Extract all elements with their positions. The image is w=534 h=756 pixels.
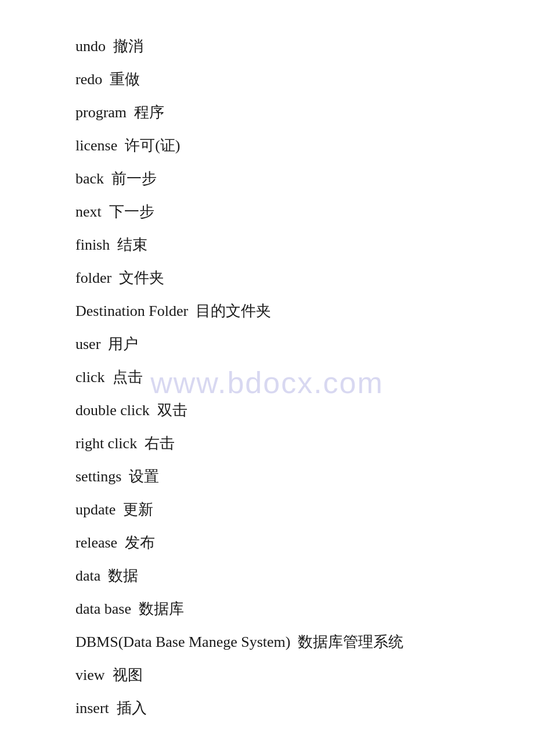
vocab-item: insert 插入 xyxy=(75,697,459,719)
vocab-chinese: 许可(证) xyxy=(125,137,180,154)
vocab-chinese: 发布 xyxy=(125,534,155,551)
vocab-item: Destination Folder 目的文件夹 xyxy=(75,300,459,322)
vocab-chinese: 更新 xyxy=(123,501,153,518)
vocab-item: back 前一步 xyxy=(75,167,459,190)
vocab-item: data 数据 xyxy=(75,564,459,587)
vocab-english: DBMS(Data Base Manege System) xyxy=(75,633,290,650)
vocab-item: user 用户 xyxy=(75,333,459,355)
vocab-english: user xyxy=(75,336,100,352)
vocab-item: click 点击 xyxy=(75,366,459,388)
vocab-english: program xyxy=(75,104,127,121)
vocab-chinese: 视图 xyxy=(113,667,143,683)
vocab-chinese: 用户 xyxy=(108,336,138,352)
vocab-chinese: 前一步 xyxy=(111,170,157,187)
vocab-item: license 许可(证) xyxy=(75,134,459,157)
vocab-english: redo xyxy=(75,71,102,88)
vocab-english: settings xyxy=(75,468,121,485)
vocab-chinese: 撤消 xyxy=(113,38,143,55)
vocab-english: data base xyxy=(75,600,131,617)
vocab-item: redo 重做 xyxy=(75,68,459,91)
vocab-item: data base 数据库 xyxy=(75,597,459,620)
vocab-item: undo 撤消 xyxy=(75,35,459,57)
vocab-english: back xyxy=(75,170,104,187)
vocab-chinese: 双击 xyxy=(157,402,187,419)
vocab-item: next 下一步 xyxy=(75,200,459,223)
vocab-english: double click xyxy=(75,402,150,419)
vocab-english: view xyxy=(75,667,105,683)
vocab-item: DBMS(Data Base Manege System) 数据库管理系统 xyxy=(75,631,459,653)
main-content: www.bdocx.com undo 撤消redo 重做program 程序li… xyxy=(0,0,534,756)
vocab-english: data xyxy=(75,567,100,584)
vocab-english: finish xyxy=(75,236,110,253)
vocab-chinese: 重做 xyxy=(110,71,140,88)
vocabulary-list: undo 撤消redo 重做program 程序license 许可(证)bac… xyxy=(75,35,459,719)
vocab-item: program 程序 xyxy=(75,101,459,124)
vocab-english: update xyxy=(75,501,116,518)
vocab-item: double click 双击 xyxy=(75,399,459,422)
vocab-item: update 更新 xyxy=(75,498,459,521)
vocab-chinese: 结束 xyxy=(117,236,147,253)
vocab-english: license xyxy=(75,137,117,154)
vocab-item: release 发布 xyxy=(75,531,459,554)
vocab-english: click xyxy=(75,369,105,386)
vocab-chinese: 数据库 xyxy=(139,600,184,617)
vocab-chinese: 点击 xyxy=(113,369,143,386)
vocab-item: view 视图 xyxy=(75,664,459,686)
vocab-chinese: 文件夹 xyxy=(119,269,164,286)
vocab-english: next xyxy=(75,203,102,220)
vocab-english: release xyxy=(75,534,117,551)
vocab-chinese: 数据库管理系统 xyxy=(298,633,403,650)
vocab-chinese: 设置 xyxy=(129,468,159,485)
vocab-chinese: 插入 xyxy=(117,700,147,717)
vocab-english: undo xyxy=(75,38,106,55)
vocab-chinese: 目的文件夹 xyxy=(196,303,271,319)
vocab-chinese: 右击 xyxy=(145,435,175,452)
vocab-english: right click xyxy=(75,435,137,452)
vocab-english: Destination Folder xyxy=(75,303,188,319)
vocab-chinese: 下一步 xyxy=(109,203,154,220)
vocab-item: settings 设置 xyxy=(75,465,459,488)
vocab-chinese: 程序 xyxy=(134,104,164,121)
vocab-item: finish 结束 xyxy=(75,233,459,256)
vocab-item: folder 文件夹 xyxy=(75,267,459,289)
vocab-chinese: 数据 xyxy=(108,567,138,584)
vocab-english: folder xyxy=(75,269,111,286)
vocab-english: insert xyxy=(75,700,109,717)
vocab-item: right click 右击 xyxy=(75,432,459,455)
